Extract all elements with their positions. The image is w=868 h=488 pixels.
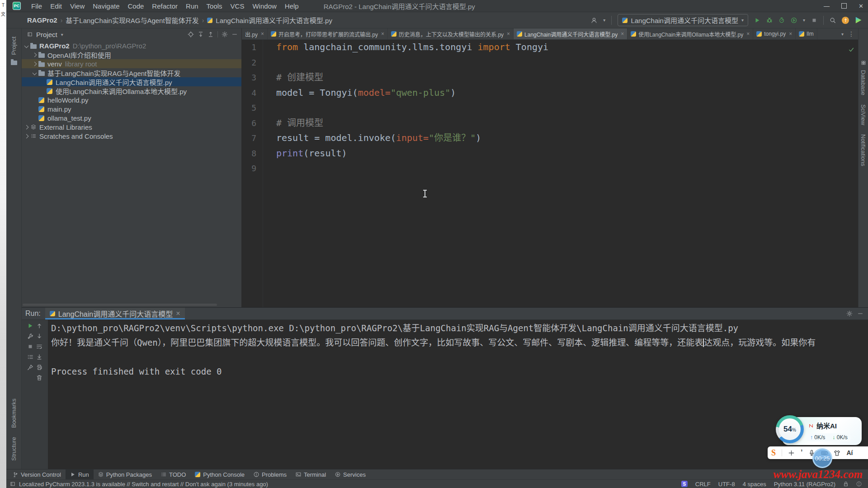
project-panel-title[interactable]: Project: [36, 31, 57, 38]
pin-tab-icon[interactable]: [27, 364, 33, 371]
search-icon[interactable]: [830, 17, 836, 23]
editor-tab[interactable]: 出.py×: [242, 28, 268, 39]
stop-button[interactable]: [811, 17, 817, 23]
user-chevron-icon[interactable]: ▾: [603, 18, 605, 23]
menu-file[interactable]: File: [27, 2, 46, 10]
chevron-down-icon[interactable]: [23, 44, 30, 47]
editor-tab[interactable]: llm: [796, 28, 817, 39]
toolwindow-notifications-button[interactable]: Notifications: [860, 134, 867, 166]
nano-ai-widget[interactable]: 54% 纳米AI ↑ 0K/s ↓ 0K/s: [782, 417, 862, 445]
close-icon[interactable]: ×: [261, 31, 264, 37]
breadcrumb-item[interactable]: 基于LangChain实现RAG与Agent智能体开发: [66, 15, 198, 25]
hide-panel-button[interactable]: [857, 310, 863, 317]
menu-code[interactable]: Code: [123, 2, 148, 10]
run-tab[interactable]: LangChain调用通义千问大语言模型 ×: [45, 308, 185, 319]
tree-item[interactable]: External Libraries: [22, 122, 241, 131]
input-method-icon[interactable]: S: [681, 481, 688, 487]
status-item[interactable]: UTF-8: [718, 481, 735, 488]
toolwindow-sciview-button[interactable]: SciView: [860, 104, 867, 125]
tree-item[interactable]: helloWorld.py: [22, 95, 241, 104]
menu-help[interactable]: Help: [281, 2, 303, 10]
chevron-down-icon[interactable]: ▾: [841, 32, 844, 37]
editor-tab[interactable]: LangChain调用通义千问大语言模型.py×: [514, 28, 627, 39]
profiler-button[interactable]: [778, 17, 785, 23]
recording-timer[interactable]: 00:25: [812, 448, 832, 468]
menu-edit[interactable]: Edit: [46, 2, 66, 10]
tree-item[interactable]: main.py: [22, 104, 241, 113]
punctuation-icon[interactable]: ’: [801, 449, 802, 457]
modify-run-config-button[interactable]: [27, 333, 33, 339]
close-icon[interactable]: ×: [381, 31, 384, 37]
close-icon[interactable]: ×: [789, 31, 792, 37]
user-icon[interactable]: [591, 17, 597, 23]
tree-item[interactable]: LangChain调用通义千问大语言模型.py: [22, 77, 241, 86]
toolwindow-bookmarks-button[interactable]: Bookmarks: [10, 399, 17, 428]
ime-mode-icon[interactable]: [788, 450, 795, 456]
chevron-right-icon[interactable]: [31, 53, 38, 56]
update-button[interactable]: [842, 17, 849, 24]
toolwindow-terminal-button[interactable]: Terminal: [291, 469, 330, 479]
run-console[interactable]: D:\python_pro\RAGPro2\venv\Scripts\pytho…: [48, 320, 868, 469]
clear-console-button[interactable]: [36, 375, 42, 381]
expand-all-button[interactable]: [198, 31, 204, 38]
grid-icon[interactable]: [861, 60, 866, 66]
collapse-all-button[interactable]: [208, 31, 214, 38]
breadcrumb-item[interactable]: RAGPro2: [27, 16, 57, 24]
chevron-down-icon[interactable]: ▾: [803, 18, 805, 23]
folder-icon[interactable]: [11, 61, 17, 65]
status-item[interactable]: 4 spaces: [743, 481, 766, 488]
run-config-select[interactable]: LangChain调用通义千问大语言模型 ▾: [618, 14, 748, 26]
tree-item[interactable]: Scratches and Consoles: [22, 131, 241, 141]
minimize-button[interactable]: —: [824, 3, 830, 9]
chevron-right-icon[interactable]: [23, 135, 30, 138]
menu-vcs[interactable]: VCS: [226, 2, 249, 10]
toolwindow-problems-button[interactable]: Problems: [249, 469, 291, 479]
chevron-right-icon[interactable]: [23, 126, 30, 129]
menu-tools[interactable]: Tools: [203, 2, 226, 10]
maximize-button[interactable]: [841, 3, 847, 9]
menu-window[interactable]: Window: [248, 2, 280, 10]
toolwindow-toggle-icon[interactable]: [10, 481, 15, 487]
run-button[interactable]: [754, 17, 760, 23]
editor-tab[interactable]: tongyi.py×: [753, 28, 796, 39]
scroll-to-end-button[interactable]: [36, 354, 42, 360]
chevron-down-icon[interactable]: ▾: [61, 32, 63, 37]
gradient-play-icon[interactable]: [855, 17, 862, 23]
restore-layout-icon[interactable]: [27, 354, 33, 360]
toolwindow-services-button[interactable]: Services: [330, 469, 370, 479]
close-icon[interactable]: ×: [621, 31, 624, 37]
menu-refactor[interactable]: Refactor: [148, 2, 182, 10]
toolwindow-python-packages-button[interactable]: Python Packages: [94, 469, 156, 479]
rerun-button[interactable]: [27, 323, 33, 329]
next-occurrence-button[interactable]: [36, 333, 42, 339]
debug-button[interactable]: [766, 17, 773, 23]
inspections-ok-icon[interactable]: [848, 42, 854, 58]
print-button[interactable]: [36, 364, 42, 371]
gear-icon[interactable]: [846, 310, 853, 317]
tree-item[interactable]: RAGPro2D:\python_pro\RAGPro2: [22, 41, 241, 50]
close-button[interactable]: ✕: [859, 3, 863, 9]
sogou-logo-icon[interactable]: S: [771, 448, 776, 458]
prev-occurrence-button[interactable]: [36, 323, 42, 329]
locate-file-button[interactable]: [188, 31, 194, 38]
notifications-icon[interactable]: [856, 481, 862, 487]
more-options-icon[interactable]: ⋮: [848, 30, 854, 38]
chevron-right-icon[interactable]: [31, 62, 38, 66]
horizontal-scrollbar[interactable]: [23, 304, 217, 306]
editor-tab[interactable]: 使用LangChain来调用Ollama本地大模型.py×: [627, 28, 753, 39]
soft-wrap-button[interactable]: [36, 343, 42, 350]
toolwindow-structure-button[interactable]: Structure: [10, 437, 17, 461]
close-icon[interactable]: ×: [176, 310, 180, 318]
stop-button[interactable]: [27, 343, 33, 350]
editor-tab[interactable]: 开启思考，打印带思考扩展的流式输出.py×: [268, 28, 388, 39]
menu-run[interactable]: Run: [182, 2, 203, 10]
close-icon[interactable]: ×: [507, 31, 510, 37]
close-icon[interactable]: ×: [746, 31, 750, 37]
editor-tab[interactable]: 历史消息，上下文以及大模型输出的关系.py×: [388, 28, 514, 39]
toolwindow-database-button[interactable]: Database: [860, 70, 867, 95]
gear-icon[interactable]: [222, 31, 228, 38]
menu-view[interactable]: View: [66, 2, 89, 10]
coverage-button[interactable]: [791, 17, 797, 23]
memory-usage-ring[interactable]: 54%: [776, 415, 804, 443]
tree-item[interactable]: OpenAI库介绍和使用: [22, 50, 241, 59]
